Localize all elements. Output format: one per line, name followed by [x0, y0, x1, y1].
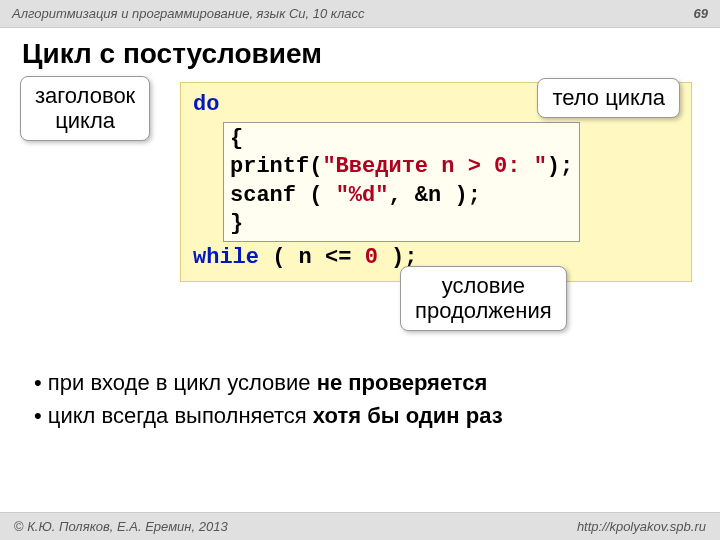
callout-condition: условие продолжения: [400, 266, 567, 331]
footer-authors: © К.Ю. Поляков, Е.А. Еремин, 2013: [14, 519, 228, 534]
code-string: "%d": [336, 183, 389, 208]
content-area: заголовок цикла do { printf("Введите n >…: [20, 76, 700, 356]
footer-bar: © К.Ю. Поляков, Е.А. Еремин, 2013 http:/…: [0, 512, 720, 540]
page-number: 69: [694, 6, 708, 21]
authors-text: К.Ю. Поляков, Е.А. Еремин, 2013: [24, 519, 228, 534]
code-text: {: [230, 126, 243, 151]
callout-text: цикла: [55, 108, 115, 133]
callout-text: условие: [442, 273, 525, 298]
bullet-item: цикл всегда выполняется хотя бы один раз: [34, 399, 690, 432]
bullet-item: при входе в цикл условие не проверяется: [34, 366, 690, 399]
code-inner-box: { printf("Введите n > 0: "); scanf ( "%d…: [223, 122, 580, 242]
page-title: Цикл с постусловием: [22, 38, 720, 70]
bullet-emphasis: не проверяется: [317, 370, 488, 395]
callout-text: заголовок: [35, 83, 135, 108]
bullet-text: цикл всегда выполняется: [48, 403, 313, 428]
code-keyword: do: [193, 92, 219, 117]
code-text: printf(: [230, 154, 322, 179]
callout-loop-body: тело цикла: [537, 78, 680, 118]
code-text: );: [547, 154, 573, 179]
code-text: , &n );: [388, 183, 480, 208]
code-number: 0: [365, 245, 378, 270]
footer-url: http://kpolyakov.spb.ru: [577, 519, 706, 534]
bullet-text: при входе в цикл условие: [48, 370, 317, 395]
code-string: "Введите n > 0: ": [322, 154, 546, 179]
code-text: scanf (: [230, 183, 336, 208]
code-text: ( n <=: [259, 245, 365, 270]
callout-loop-header: заголовок цикла: [20, 76, 150, 141]
course-title: Алгоритмизация и программирование, язык …: [12, 6, 365, 21]
code-text: }: [230, 211, 243, 236]
callout-text: продолжения: [415, 298, 552, 323]
copyright-icon: ©: [14, 519, 24, 534]
bullet-list: при входе в цикл условие не проверяется …: [34, 366, 690, 432]
bullet-emphasis: хотя бы один раз: [313, 403, 503, 428]
callout-text: тело цикла: [552, 85, 665, 110]
header-bar: Алгоритмизация и программирование, язык …: [0, 0, 720, 28]
code-keyword: while: [193, 245, 259, 270]
